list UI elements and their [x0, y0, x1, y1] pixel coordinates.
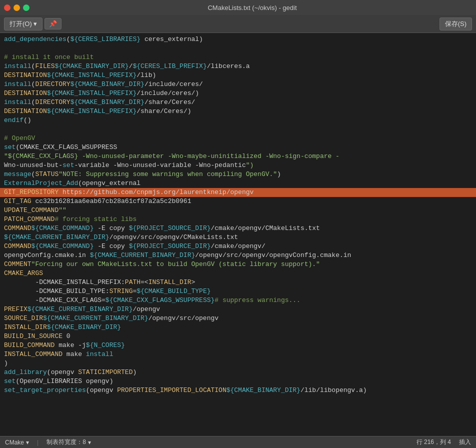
- code-line: [0, 125, 476, 134]
- code-line: INSTALL_DIR ${CMAKE_BINARY_DIR}: [0, 323, 476, 332]
- code-line: set(OpenGV_LIBRARIES opengv): [0, 377, 476, 386]
- code-line: PATCH_COMMAND # forcing static libs: [0, 215, 476, 224]
- code-line: -DCMAKE_INSTALL_PREFIX:PATH=<INSTALL_DIR…: [0, 278, 476, 287]
- close-button[interactable]: [4, 4, 10, 11]
- statusbar-right: 行 216，列 4 插入: [416, 438, 471, 446]
- code-line: [0, 44, 476, 53]
- language-selector[interactable]: CMake ▾: [5, 439, 29, 446]
- code-line: # install it once built: [0, 53, 476, 62]
- code-line: endif(): [0, 116, 476, 125]
- code-line: COMMENT "Forcing our own CMakeLists.txt …: [0, 260, 476, 269]
- code-line: ExternalProject_Add(opengv_external: [0, 179, 476, 188]
- code-line: COMMAND ${CMAKE_COMMAND} -E copy ${PROJE…: [0, 224, 476, 233]
- tab-width-selector[interactable]: 制表符宽度：8 ▾: [46, 438, 91, 446]
- language-label: CMake: [5, 439, 24, 446]
- cursor-position: 行 216，列 4: [416, 438, 451, 446]
- code-line: DESTINATION ${CMAKE_INSTALL_PREFIX}/incl…: [0, 89, 476, 98]
- editor: add_dependencies(${CERES_LIBRARIES} cere…: [0, 33, 476, 436]
- code-line: BUILD_COMMAND make -j${N_CORES}: [0, 341, 476, 350]
- code-line: -DCMAKE_CXX_FLAGS=${CMAKE_CXX_FLAGS_WSUP…: [0, 296, 476, 305]
- code-line: INSTALL_COMMAND make install: [0, 350, 476, 359]
- minimize-button[interactable]: [14, 4, 20, 11]
- code-line: message(STATUS "NOTE: Suppressing some w…: [0, 170, 476, 179]
- code-line: Wno-unused-but-set-variable -Wno-unused-…: [0, 161, 476, 170]
- code-line: install(DIRECTORY ${CMAKE_BINARY_DIR}/sh…: [0, 98, 476, 107]
- code-line: UPDATE_COMMAND "": [0, 206, 476, 215]
- toolbar: 打开(O) ▾ 📌 保存(S): [0, 15, 476, 33]
- tab-width-arrow: ▾: [88, 439, 91, 446]
- code-line: DESTINATION ${CMAKE_INSTALL_PREFIX}/lib): [0, 71, 476, 80]
- save-button[interactable]: 保存(S): [440, 18, 472, 30]
- code-line: PREFIX ${CMAKE_CURRENT_BINARY_DIR}/openg…: [0, 305, 476, 314]
- code-line: SOURCE_DIR ${CMAKE_CURRENT_BINARY_DIR}/o…: [0, 314, 476, 323]
- code-line: BUILD_IN_SOURCE 0: [0, 332, 476, 341]
- open-button[interactable]: 打开(O) ▾: [4, 18, 42, 30]
- window-title: CMakeLists.txt (~/okvis) - gedit: [32, 4, 472, 12]
- language-arrow: ▾: [26, 439, 29, 446]
- insert-mode: 插入: [459, 438, 471, 446]
- code-line: GIT_TAG cc32b16281aa6eab67cb28a61cf87a2a…: [0, 197, 476, 206]
- titlebar: CMakeLists.txt (~/okvis) - gedit: [0, 0, 476, 15]
- code-area[interactable]: add_dependencies(${CERES_LIBRARIES} cere…: [0, 33, 476, 436]
- pin-button[interactable]: 📌: [44, 18, 62, 30]
- code-line: ${CMAKE_CURRENT_BINARY_DIR}/opengv/src/o…: [0, 233, 476, 242]
- code-line: set_target_properties(opengv PROPERTIES_…: [0, 386, 476, 395]
- code-line: opengvConfig.cmake.in ${CMAKE_CURRENT_BI…: [0, 251, 476, 260]
- tab-width-label: 制表符宽度：8: [46, 438, 86, 446]
- code-line: ): [0, 359, 476, 368]
- statusbar: CMake ▾ | 制表符宽度：8 ▾ 行 216，列 4 插入: [0, 436, 476, 448]
- code-line: add_library(opengv STATIC IMPORTED): [0, 368, 476, 377]
- code-line: GIT_REPOSITORY https://github.com/cnpmjs…: [0, 188, 476, 197]
- code-line: set(CMAKE_CXX_FLAGS_WSUPPRESS: [0, 143, 476, 152]
- code-line: CMAKE_ARGS: [0, 269, 476, 278]
- code-line: install(FILES ${CMAKE_BINARY_DIR}/${CERE…: [0, 62, 476, 71]
- code-line: COMMAND ${CMAKE_COMMAND} -E copy ${PROJE…: [0, 242, 476, 251]
- maximize-button[interactable]: [23, 4, 30, 11]
- code-line: # OpenGV: [0, 134, 476, 143]
- code-line: install(DIRECTORY ${CMAKE_BINARY_DIR}/in…: [0, 80, 476, 89]
- code-line: add_dependencies(${CERES_LIBRARIES} cere…: [0, 35, 476, 44]
- code-line: DESTINATION ${CMAKE_INSTALL_PREFIX}/shar…: [0, 107, 476, 116]
- code-line: "${CMAKE_CXX_FLAGS} -Wno-unused-paramete…: [0, 152, 476, 161]
- code-line: -DCMAKE_BUILD_TYPE:STRING=${CMAKE_BUILD_…: [0, 287, 476, 296]
